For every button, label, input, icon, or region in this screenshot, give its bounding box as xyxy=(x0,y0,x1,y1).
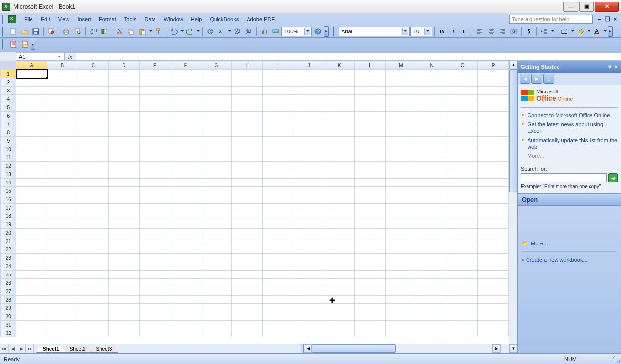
cell-H32[interactable] xyxy=(232,329,263,337)
cell-P29[interactable] xyxy=(478,304,509,312)
help-search-box[interactable]: Type a question for help xyxy=(509,15,593,24)
cell-B24[interactable] xyxy=(47,262,78,271)
column-header-G[interactable]: G xyxy=(201,61,232,70)
cell-N7[interactable] xyxy=(416,120,447,128)
cell-C5[interactable] xyxy=(78,103,109,112)
hscroll-track[interactable] xyxy=(312,344,492,353)
cell-G11[interactable] xyxy=(201,153,232,162)
cell-P26[interactable] xyxy=(478,279,509,287)
cell-N6[interactable] xyxy=(416,112,447,120)
column-header-L[interactable]: L xyxy=(355,61,386,70)
cell-F26[interactable] xyxy=(170,279,201,287)
cell-N2[interactable] xyxy=(416,78,447,87)
cell-P5[interactable] xyxy=(478,103,509,112)
cell-B27[interactable] xyxy=(47,287,78,296)
cell-O24[interactable] xyxy=(447,262,478,271)
cell-M2[interactable] xyxy=(385,78,416,87)
cell-F19[interactable] xyxy=(170,220,201,229)
toolbar-grip[interactable] xyxy=(2,27,5,36)
toolbar-options[interactable] xyxy=(324,26,329,37)
cell-O19[interactable] xyxy=(447,220,478,229)
cell-H22[interactable] xyxy=(232,245,263,254)
sort-asc-icon[interactable]: AZ xyxy=(232,26,243,37)
cell-J4[interactable] xyxy=(293,95,324,103)
row-header-27[interactable]: 27 xyxy=(1,287,16,296)
cell-O9[interactable] xyxy=(447,137,478,145)
cell-A24[interactable] xyxy=(16,262,47,271)
cell-E14[interactable] xyxy=(139,179,170,187)
cell-F28[interactable] xyxy=(170,296,201,304)
cell-K12[interactable] xyxy=(324,162,355,170)
cell-O30[interactable] xyxy=(447,312,478,321)
cell-B10[interactable] xyxy=(47,145,78,153)
cell-G22[interactable] xyxy=(201,245,232,254)
cell-N4[interactable] xyxy=(416,95,447,103)
fill-color-icon[interactable] xyxy=(575,26,586,37)
cell-C17[interactable] xyxy=(78,204,109,212)
cell-C16[interactable] xyxy=(78,195,109,204)
cell-B25[interactable] xyxy=(47,271,78,279)
tab-last-button[interactable]: ⏭ xyxy=(26,344,34,353)
cell-N12[interactable] xyxy=(416,162,447,170)
cell-O29[interactable] xyxy=(447,304,478,312)
spelling-icon[interactable]: ABC xyxy=(88,26,98,37)
cell-M7[interactable] xyxy=(385,120,416,128)
cell-B17[interactable] xyxy=(47,204,78,212)
cell-L14[interactable] xyxy=(355,179,386,187)
cell-O15[interactable] xyxy=(447,187,478,195)
cell-F17[interactable] xyxy=(170,204,201,212)
cell-D7[interactable] xyxy=(109,120,140,128)
cell-B20[interactable] xyxy=(47,229,78,237)
cell-I1[interactable] xyxy=(262,70,293,78)
cell-E8[interactable] xyxy=(139,128,170,137)
cell-J22[interactable] xyxy=(293,245,324,254)
cell-D3[interactable] xyxy=(109,87,140,95)
cell-F3[interactable] xyxy=(170,87,201,95)
cell-A12[interactable] xyxy=(16,162,47,170)
cell-E31[interactable] xyxy=(139,321,170,329)
taskpane-link[interactable]: Automatically update this list from the … xyxy=(521,136,618,152)
open-icon[interactable] xyxy=(19,26,30,37)
cell-L10[interactable] xyxy=(355,145,386,153)
cell-E24[interactable] xyxy=(139,262,170,271)
cell-H12[interactable] xyxy=(232,162,263,170)
cell-E30[interactable] xyxy=(139,312,170,321)
column-header-B[interactable]: B xyxy=(47,61,78,70)
cell-I28[interactable] xyxy=(262,296,293,304)
cell-G25[interactable] xyxy=(201,271,232,279)
cell-P20[interactable] xyxy=(478,229,509,237)
cell-G5[interactable] xyxy=(201,103,232,112)
cell-G2[interactable] xyxy=(201,78,232,87)
cell-H6[interactable] xyxy=(232,112,263,120)
cell-P21[interactable] xyxy=(478,237,509,245)
cell-N9[interactable] xyxy=(416,137,447,145)
chart-wizard-icon[interactable] xyxy=(259,26,270,37)
row-header-13[interactable]: 13 xyxy=(1,170,16,179)
cell-I9[interactable] xyxy=(262,137,293,145)
cell-O22[interactable] xyxy=(447,245,478,254)
column-header-O[interactable]: O xyxy=(447,61,478,70)
cell-C1[interactable] xyxy=(78,70,109,78)
cell-B15[interactable] xyxy=(47,187,78,195)
cell-D8[interactable] xyxy=(109,128,140,137)
row-header-17[interactable]: 17 xyxy=(1,204,16,212)
cell-I3[interactable] xyxy=(262,87,293,95)
cell-B1[interactable] xyxy=(47,70,78,78)
cell-N20[interactable] xyxy=(416,229,447,237)
cell-B3[interactable] xyxy=(47,87,78,95)
cell-E2[interactable] xyxy=(139,78,170,87)
cell-J3[interactable] xyxy=(293,87,324,95)
cell-J16[interactable] xyxy=(293,195,324,204)
cell-A10[interactable] xyxy=(16,145,47,153)
column-header-K[interactable]: K xyxy=(324,61,355,70)
cell-F15[interactable] xyxy=(170,187,201,195)
cell-C27[interactable] xyxy=(78,287,109,296)
cell-P8[interactable] xyxy=(478,128,509,137)
new-icon[interactable] xyxy=(8,26,19,37)
vscroll-track[interactable] xyxy=(509,69,517,344)
cell-P9[interactable] xyxy=(478,137,509,145)
cell-E10[interactable] xyxy=(139,145,170,153)
row-header-32[interactable]: 32 xyxy=(1,329,16,337)
cell-G19[interactable] xyxy=(201,220,232,229)
cell-M32[interactable] xyxy=(385,329,416,337)
